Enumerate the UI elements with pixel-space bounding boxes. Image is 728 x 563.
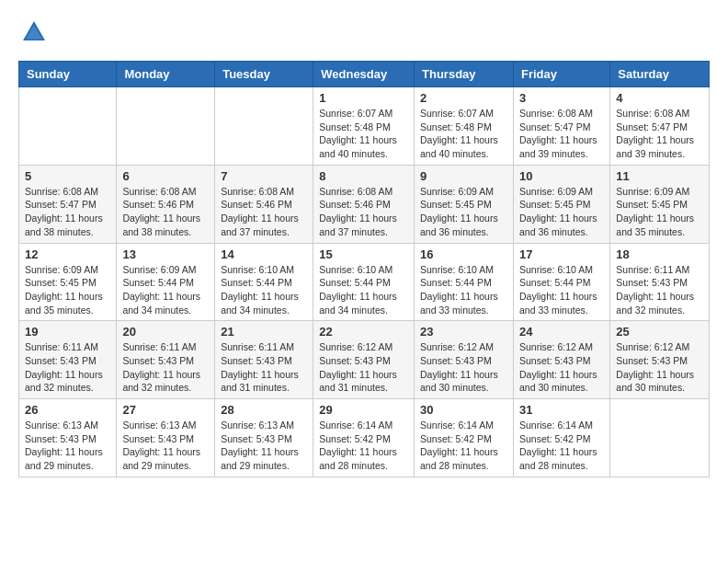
day-number: 8 xyxy=(319,169,408,183)
day-cell xyxy=(19,87,117,166)
day-number: 16 xyxy=(420,247,507,261)
day-info: Sunrise: 6:14 AM Sunset: 5:42 PM Dayligh… xyxy=(319,419,408,473)
day-number: 13 xyxy=(122,247,209,261)
day-cell: 31Sunrise: 6:14 AM Sunset: 5:42 PM Dayli… xyxy=(513,399,609,477)
weekday-header-wednesday: Wednesday xyxy=(313,62,415,87)
day-number: 7 xyxy=(221,169,307,183)
day-cell: 24Sunrise: 6:12 AM Sunset: 5:43 PM Dayli… xyxy=(513,321,609,399)
day-cell: 28Sunrise: 6:13 AM Sunset: 5:43 PM Dayli… xyxy=(215,399,313,477)
day-info: Sunrise: 6:09 AM Sunset: 5:45 PM Dayligh… xyxy=(519,185,604,239)
day-info: Sunrise: 6:08 AM Sunset: 5:46 PM Dayligh… xyxy=(221,185,307,239)
week-row-1: 1Sunrise: 6:07 AM Sunset: 5:48 PM Daylig… xyxy=(19,87,710,166)
day-number: 4 xyxy=(616,91,703,105)
header xyxy=(18,18,710,46)
day-info: Sunrise: 6:10 AM Sunset: 5:44 PM Dayligh… xyxy=(519,263,604,317)
week-row-3: 12Sunrise: 6:09 AM Sunset: 5:45 PM Dayli… xyxy=(19,243,710,321)
day-number: 15 xyxy=(319,247,408,261)
day-cell: 25Sunrise: 6:12 AM Sunset: 5:43 PM Dayli… xyxy=(610,321,710,399)
day-info: Sunrise: 6:14 AM Sunset: 5:42 PM Dayligh… xyxy=(519,419,604,473)
day-number: 2 xyxy=(420,91,507,105)
day-cell xyxy=(117,87,215,166)
day-info: Sunrise: 6:09 AM Sunset: 5:45 PM Dayligh… xyxy=(616,185,703,239)
week-row-2: 5Sunrise: 6:08 AM Sunset: 5:47 PM Daylig… xyxy=(19,165,710,243)
day-cell xyxy=(215,87,313,166)
day-cell: 10Sunrise: 6:09 AM Sunset: 5:45 PM Dayli… xyxy=(513,165,609,243)
day-number: 12 xyxy=(25,247,110,261)
day-info: Sunrise: 6:12 AM Sunset: 5:43 PM Dayligh… xyxy=(319,340,408,395)
day-cell: 21Sunrise: 6:11 AM Sunset: 5:43 PM Dayli… xyxy=(215,321,313,399)
day-info: Sunrise: 6:08 AM Sunset: 5:47 PM Dayligh… xyxy=(616,107,703,161)
calendar-table: SundayMondayTuesdayWednesdayThursdayFrid… xyxy=(18,61,710,477)
day-info: Sunrise: 6:14 AM Sunset: 5:42 PM Dayligh… xyxy=(420,419,507,473)
day-info: Sunrise: 6:13 AM Sunset: 5:43 PM Dayligh… xyxy=(122,419,209,473)
day-cell: 9Sunrise: 6:09 AM Sunset: 5:45 PM Daylig… xyxy=(415,165,514,243)
day-cell: 7Sunrise: 6:08 AM Sunset: 5:46 PM Daylig… xyxy=(215,165,313,243)
day-info: Sunrise: 6:08 AM Sunset: 5:46 PM Dayligh… xyxy=(319,185,408,239)
day-info: Sunrise: 6:12 AM Sunset: 5:43 PM Dayligh… xyxy=(616,340,703,395)
day-info: Sunrise: 6:10 AM Sunset: 5:44 PM Dayligh… xyxy=(221,263,307,317)
day-cell: 6Sunrise: 6:08 AM Sunset: 5:46 PM Daylig… xyxy=(117,165,215,243)
day-info: Sunrise: 6:12 AM Sunset: 5:43 PM Dayligh… xyxy=(519,340,604,395)
day-cell: 17Sunrise: 6:10 AM Sunset: 5:44 PM Dayli… xyxy=(513,243,609,321)
day-cell: 30Sunrise: 6:14 AM Sunset: 5:42 PM Dayli… xyxy=(415,399,514,477)
day-info: Sunrise: 6:11 AM Sunset: 5:43 PM Dayligh… xyxy=(122,340,209,395)
day-cell: 5Sunrise: 6:08 AM Sunset: 5:47 PM Daylig… xyxy=(19,165,117,243)
day-number: 5 xyxy=(25,169,110,183)
day-info: Sunrise: 6:10 AM Sunset: 5:44 PM Dayligh… xyxy=(319,263,408,317)
day-number: 17 xyxy=(519,247,604,261)
day-number: 28 xyxy=(221,403,307,417)
day-cell: 11Sunrise: 6:09 AM Sunset: 5:45 PM Dayli… xyxy=(610,165,710,243)
day-info: Sunrise: 6:09 AM Sunset: 5:44 PM Dayligh… xyxy=(122,263,209,317)
weekday-header-sunday: Sunday xyxy=(19,62,117,87)
day-number: 19 xyxy=(25,325,110,339)
day-cell: 16Sunrise: 6:10 AM Sunset: 5:44 PM Dayli… xyxy=(415,243,514,321)
day-number: 30 xyxy=(420,403,507,417)
week-row-4: 19Sunrise: 6:11 AM Sunset: 5:43 PM Dayli… xyxy=(19,321,710,399)
day-number: 26 xyxy=(25,403,110,417)
day-info: Sunrise: 6:11 AM Sunset: 5:43 PM Dayligh… xyxy=(25,340,110,395)
day-cell: 22Sunrise: 6:12 AM Sunset: 5:43 PM Dayli… xyxy=(313,321,415,399)
day-info: Sunrise: 6:12 AM Sunset: 5:43 PM Dayligh… xyxy=(420,340,507,395)
page: SundayMondayTuesdayWednesdayThursdayFrid… xyxy=(0,0,728,496)
day-cell: 14Sunrise: 6:10 AM Sunset: 5:44 PM Dayli… xyxy=(215,243,313,321)
day-cell: 23Sunrise: 6:12 AM Sunset: 5:43 PM Dayli… xyxy=(415,321,514,399)
weekday-header-friday: Friday xyxy=(513,62,609,87)
day-info: Sunrise: 6:08 AM Sunset: 5:47 PM Dayligh… xyxy=(25,185,110,239)
day-info: Sunrise: 6:09 AM Sunset: 5:45 PM Dayligh… xyxy=(25,263,110,317)
day-number: 24 xyxy=(519,325,604,339)
day-cell: 20Sunrise: 6:11 AM Sunset: 5:43 PM Dayli… xyxy=(117,321,215,399)
day-number: 1 xyxy=(319,91,408,105)
day-info: Sunrise: 6:09 AM Sunset: 5:45 PM Dayligh… xyxy=(420,185,507,239)
day-info: Sunrise: 6:07 AM Sunset: 5:48 PM Dayligh… xyxy=(319,107,408,161)
day-cell: 12Sunrise: 6:09 AM Sunset: 5:45 PM Dayli… xyxy=(19,243,117,321)
day-info: Sunrise: 6:08 AM Sunset: 5:46 PM Dayligh… xyxy=(122,185,209,239)
day-cell: 29Sunrise: 6:14 AM Sunset: 5:42 PM Dayli… xyxy=(313,399,415,477)
day-cell: 3Sunrise: 6:08 AM Sunset: 5:47 PM Daylig… xyxy=(513,87,609,166)
day-number: 21 xyxy=(221,325,307,339)
day-info: Sunrise: 6:07 AM Sunset: 5:48 PM Dayligh… xyxy=(420,107,507,161)
day-number: 14 xyxy=(221,247,307,261)
day-cell xyxy=(610,399,710,477)
day-cell: 2Sunrise: 6:07 AM Sunset: 5:48 PM Daylig… xyxy=(415,87,514,166)
day-number: 25 xyxy=(616,325,703,339)
week-row-5: 26Sunrise: 6:13 AM Sunset: 5:43 PM Dayli… xyxy=(19,399,710,477)
logo-icon xyxy=(20,18,48,46)
day-number: 20 xyxy=(122,325,209,339)
day-cell: 19Sunrise: 6:11 AM Sunset: 5:43 PM Dayli… xyxy=(19,321,117,399)
day-number: 18 xyxy=(616,247,703,261)
logo xyxy=(18,18,48,46)
weekday-header-saturday: Saturday xyxy=(610,62,710,87)
day-number: 11 xyxy=(616,169,703,183)
day-number: 22 xyxy=(319,325,408,339)
day-info: Sunrise: 6:08 AM Sunset: 5:47 PM Dayligh… xyxy=(519,107,604,161)
weekday-header-tuesday: Tuesday xyxy=(215,62,313,87)
day-number: 29 xyxy=(319,403,408,417)
day-cell: 26Sunrise: 6:13 AM Sunset: 5:43 PM Dayli… xyxy=(19,399,117,477)
day-info: Sunrise: 6:10 AM Sunset: 5:44 PM Dayligh… xyxy=(420,263,507,317)
day-cell: 1Sunrise: 6:07 AM Sunset: 5:48 PM Daylig… xyxy=(313,87,415,166)
day-number: 9 xyxy=(420,169,507,183)
day-cell: 15Sunrise: 6:10 AM Sunset: 5:44 PM Dayli… xyxy=(313,243,415,321)
day-number: 10 xyxy=(519,169,604,183)
day-number: 23 xyxy=(420,325,507,339)
day-number: 6 xyxy=(122,169,209,183)
